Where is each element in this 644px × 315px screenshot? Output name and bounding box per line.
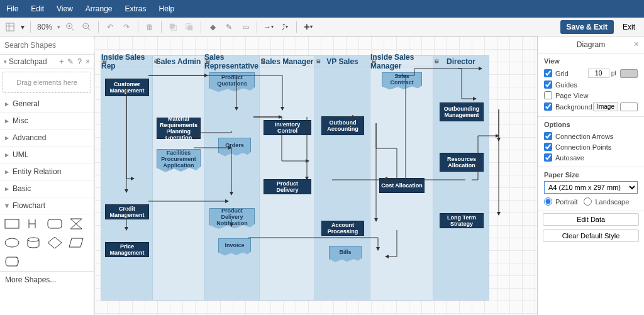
grid-size-input[interactable] bbox=[588, 69, 609, 78]
cat-flowchart[interactable]: ▾Flowchart bbox=[0, 197, 94, 214]
fill-color-icon[interactable]: ◆ bbox=[206, 21, 219, 33]
menu-arrange[interactable]: Arrange bbox=[86, 4, 113, 13]
grid-checkbox[interactable] bbox=[544, 69, 552, 77]
shape-cylinder-h[interactable] bbox=[4, 255, 20, 268]
scratch-help-icon[interactable]: ? bbox=[77, 57, 82, 66]
diagram-node[interactable]: Credit Management bbox=[105, 204, 149, 219]
line-color-icon[interactable]: ✎ bbox=[223, 21, 235, 33]
diagram-node[interactable]: Price Management bbox=[105, 242, 149, 257]
diagram-node[interactable]: Product Quotations bbox=[209, 72, 255, 94]
scratch-add-icon[interactable]: + bbox=[59, 57, 64, 66]
image-button[interactable]: Image bbox=[593, 102, 618, 111]
shape-diamond[interactable] bbox=[47, 236, 63, 250]
swimlane[interactable]: ⊟Inside Sales ManagerSales ContractCost … bbox=[370, 55, 433, 301]
to-front-icon[interactable] bbox=[167, 21, 179, 33]
cat-uml[interactable]: ▸UML bbox=[0, 146, 94, 163]
redo-icon[interactable]: ↷ bbox=[120, 21, 133, 33]
scratchpad-dropzone[interactable]: Drag elements here bbox=[3, 72, 91, 93]
menu-extras[interactable]: Extras bbox=[125, 4, 147, 13]
shape-process[interactable] bbox=[47, 217, 63, 231]
diagram-node[interactable]: Cost Allocation bbox=[379, 178, 425, 193]
background-checkbox[interactable] bbox=[544, 102, 552, 111]
diagram-node[interactable]: Outbounding Management bbox=[440, 102, 484, 121]
menu-file[interactable]: File bbox=[6, 4, 18, 13]
cat-entity[interactable]: ▸Entity Relation bbox=[0, 163, 94, 180]
shape-parallelogram[interactable] bbox=[68, 236, 84, 250]
dropdown-icon[interactable]: ▾ bbox=[20, 21, 25, 33]
diagram-node[interactable]: Resources Allocation bbox=[440, 153, 484, 172]
diagram-node[interactable]: Facilities Procurement Application bbox=[157, 149, 201, 174]
more-shapes-button[interactable]: More Shapes... bbox=[0, 271, 94, 288]
shape-rect[interactable] bbox=[4, 217, 20, 231]
add-icon[interactable]: +▾ bbox=[302, 21, 314, 33]
conn-points-checkbox[interactable] bbox=[544, 143, 552, 151]
collapse-icon[interactable]: ⊟ bbox=[316, 58, 321, 64]
autosave-checkbox[interactable] bbox=[544, 153, 552, 162]
diagram-node[interactable]: Customer Management bbox=[105, 79, 149, 96]
svg-rect-15 bbox=[48, 219, 62, 228]
close-icon[interactable]: × bbox=[634, 39, 639, 49]
collapse-icon[interactable]: ⊟ bbox=[372, 58, 376, 64]
collapse-icon[interactable]: ⊟ bbox=[206, 58, 210, 64]
diagram-node[interactable]: Bills bbox=[329, 246, 362, 263]
connection-icon[interactable]: →▾ bbox=[262, 21, 275, 33]
swimlane[interactable]: ⊟DirectorOutbounding ManagementResources… bbox=[433, 55, 489, 301]
diagram-node[interactable]: Material Requirements Planning Operation bbox=[157, 118, 201, 139]
guides-checkbox[interactable] bbox=[544, 80, 552, 89]
collapse-icon[interactable]: ⊟ bbox=[261, 58, 265, 64]
clear-style-button[interactable]: Clear Default Style bbox=[543, 229, 639, 242]
collapse-icon[interactable]: ⊟ bbox=[154, 58, 158, 64]
edit-data-button[interactable]: Edit Data bbox=[543, 213, 639, 226]
delete-icon[interactable]: 🗑 bbox=[143, 21, 156, 33]
menu-edit[interactable]: Edit bbox=[31, 4, 44, 13]
waypoint-icon[interactable]: ⤴▾ bbox=[279, 21, 291, 33]
diagram-node[interactable]: Outbound Accounting bbox=[321, 116, 364, 135]
shape-bracket[interactable] bbox=[25, 217, 42, 231]
save-exit-button[interactable]: Save & Exit bbox=[560, 20, 614, 34]
cat-basic[interactable]: ▸Basic bbox=[0, 180, 94, 197]
landscape-radio[interactable] bbox=[584, 197, 592, 206]
swimlane[interactable]: ⊟VP SalesOutbound AccountingAccount Proc… bbox=[314, 55, 370, 301]
diagram-node[interactable]: Invoice bbox=[218, 238, 251, 257]
collapse-icon[interactable]: ⊟ bbox=[435, 58, 439, 64]
pageview-checkbox[interactable] bbox=[544, 91, 552, 99]
diagram-node[interactable]: Account Processing bbox=[321, 221, 364, 236]
shape-cylinder[interactable] bbox=[25, 236, 42, 250]
zoom-in-icon[interactable] bbox=[64, 21, 77, 33]
swimlane[interactable]: ⊟Sales AdminMaterial Requirements Planni… bbox=[152, 55, 204, 301]
table-icon[interactable] bbox=[4, 21, 16, 33]
to-back-icon[interactable] bbox=[183, 21, 196, 33]
diagram-node[interactable]: Long Term Strategy bbox=[440, 213, 484, 228]
menu-view[interactable]: View bbox=[57, 4, 73, 13]
diagram-node[interactable]: Inventory Control bbox=[264, 120, 311, 135]
paper-size-select[interactable]: A4 (210 mm x 297 mm) bbox=[544, 181, 638, 194]
bg-color-swatch[interactable] bbox=[620, 102, 638, 111]
swimlane[interactable]: ⊟Inside Sales RepCustomer ManagementCred… bbox=[101, 55, 152, 301]
diagram-node[interactable]: Product Delivery bbox=[264, 179, 311, 194]
collapse-icon[interactable]: ⊟ bbox=[103, 58, 107, 64]
swimlane[interactable]: ⊟Sales RepresentativeProduct QuotationsO… bbox=[204, 55, 259, 301]
undo-icon[interactable]: ↶ bbox=[104, 21, 116, 33]
diagram-node[interactable]: Product Delivery Notification bbox=[209, 208, 255, 231]
diagram-node[interactable]: Sales Contract bbox=[382, 72, 422, 91]
zoom-level[interactable]: 80% bbox=[37, 23, 52, 31]
search-input[interactable] bbox=[3, 39, 101, 52]
diagram-node[interactable]: Orders bbox=[218, 138, 251, 158]
cat-general[interactable]: ▸General bbox=[0, 96, 94, 113]
svg-rect-12 bbox=[187, 25, 192, 30]
swimlane[interactable]: ⊟Sales ManagerInventory ControlProduct D… bbox=[259, 55, 314, 301]
cat-misc[interactable]: ▸Misc bbox=[0, 113, 94, 130]
shape-hourglass[interactable] bbox=[68, 217, 84, 231]
menu-help[interactable]: Help bbox=[159, 4, 175, 13]
cat-advanced[interactable]: ▸Advanced bbox=[0, 130, 94, 146]
zoom-out-icon[interactable] bbox=[80, 21, 93, 33]
exit-button[interactable]: Exit bbox=[623, 23, 635, 31]
scratch-close-icon[interactable]: × bbox=[86, 57, 90, 66]
shadow-icon[interactable]: ▭ bbox=[239, 21, 252, 33]
grid-color-swatch[interactable] bbox=[620, 69, 638, 78]
scratch-edit-icon[interactable]: ✎ bbox=[67, 57, 74, 66]
shape-ellipse[interactable] bbox=[4, 236, 20, 250]
canvas[interactable]: ⊟Inside Sales RepCustomer ManagementCred… bbox=[94, 36, 537, 315]
portrait-radio[interactable] bbox=[544, 197, 552, 206]
conn-arrows-checkbox[interactable] bbox=[544, 132, 552, 140]
